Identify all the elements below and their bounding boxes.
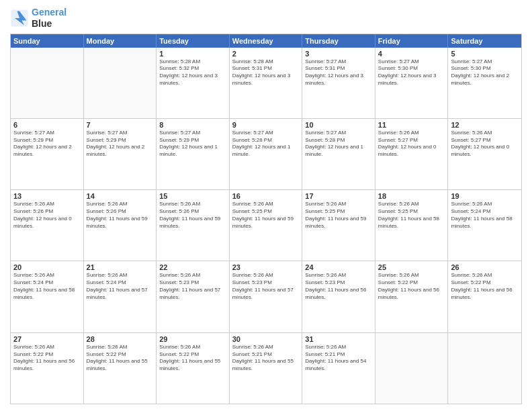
day-number: 19 <box>451 192 519 200</box>
calendar-week: 27Sunrise: 5:26 AM Sunset: 5:22 PM Dayli… <box>11 333 521 404</box>
day-info: Sunrise: 5:26 AM Sunset: 5:24 PM Dayligh… <box>13 272 81 301</box>
calendar-cell: 11Sunrise: 5:26 AM Sunset: 5:27 PM Dayli… <box>375 119 449 189</box>
day-number: 24 <box>305 263 372 271</box>
page: General Blue SundayMondayTuesdayWednesda… <box>0 0 532 411</box>
calendar-cell: 6Sunrise: 5:27 AM Sunset: 5:29 PM Daylig… <box>11 119 84 189</box>
calendar-cell: 29Sunrise: 5:26 AM Sunset: 5:22 PM Dayli… <box>157 333 230 404</box>
day-info: Sunrise: 5:27 AM Sunset: 5:29 PM Dayligh… <box>87 130 154 158</box>
day-number: 23 <box>232 263 300 271</box>
day-info: Sunrise: 5:27 AM Sunset: 5:30 PM Dayligh… <box>378 58 445 87</box>
day-number: 9 <box>232 121 300 129</box>
calendar-cell: 16Sunrise: 5:26 AM Sunset: 5:25 PM Dayli… <box>230 190 303 261</box>
day-number: 22 <box>159 263 226 271</box>
calendar-cell: 2Sunrise: 5:28 AM Sunset: 5:31 PM Daylig… <box>230 48 303 118</box>
day-number: 21 <box>87 263 154 271</box>
calendar-cell: 15Sunrise: 5:26 AM Sunset: 5:26 PM Dayli… <box>157 190 230 261</box>
calendar-cell: 31Sunrise: 5:26 AM Sunset: 5:21 PM Dayli… <box>302 333 375 404</box>
day-number: 11 <box>378 121 445 129</box>
day-number: 5 <box>451 50 519 58</box>
day-info: Sunrise: 5:26 AM Sunset: 5:21 PM Dayligh… <box>305 344 372 373</box>
day-info: Sunrise: 5:26 AM Sunset: 5:22 PM Dayligh… <box>451 272 519 301</box>
calendar-cell: 17Sunrise: 5:26 AM Sunset: 5:25 PM Dayli… <box>302 190 375 261</box>
calendar-cell: 13Sunrise: 5:26 AM Sunset: 5:26 PM Dayli… <box>11 190 84 261</box>
calendar-week: 1Sunrise: 5:28 AM Sunset: 5:32 PM Daylig… <box>11 48 521 119</box>
calendar-header-cell: Friday <box>375 34 449 48</box>
day-number: 12 <box>451 121 519 129</box>
day-number: 15 <box>159 192 226 200</box>
day-info: Sunrise: 5:26 AM Sunset: 5:27 PM Dayligh… <box>378 130 445 158</box>
calendar-cell: 22Sunrise: 5:26 AM Sunset: 5:23 PM Dayli… <box>157 261 230 332</box>
calendar-header-cell: Monday <box>84 34 157 48</box>
day-info: Sunrise: 5:26 AM Sunset: 5:25 PM Dayligh… <box>305 201 372 230</box>
calendar-cell-empty <box>448 333 521 404</box>
calendar-cell: 14Sunrise: 5:26 AM Sunset: 5:26 PM Dayli… <box>84 190 157 261</box>
day-number: 3 <box>305 50 372 58</box>
day-info: Sunrise: 5:26 AM Sunset: 5:26 PM Dayligh… <box>13 201 81 230</box>
day-number: 25 <box>378 263 445 271</box>
day-info: Sunrise: 5:26 AM Sunset: 5:25 PM Dayligh… <box>232 201 300 230</box>
day-number: 31 <box>305 335 372 343</box>
calendar-header-cell: Thursday <box>302 34 375 48</box>
day-number: 18 <box>378 192 445 200</box>
calendar-cell: 9Sunrise: 5:27 AM Sunset: 5:28 PM Daylig… <box>230 119 303 189</box>
calendar-header: SundayMondayTuesdayWednesdayThursdayFrid… <box>11 34 521 48</box>
calendar-cell: 4Sunrise: 5:27 AM Sunset: 5:30 PM Daylig… <box>375 48 449 118</box>
logo: General Blue <box>10 7 66 30</box>
day-number: 2 <box>232 50 300 58</box>
day-info: Sunrise: 5:26 AM Sunset: 5:22 PM Dayligh… <box>378 272 445 301</box>
day-info: Sunrise: 5:28 AM Sunset: 5:32 PM Dayligh… <box>159 58 226 87</box>
day-number: 14 <box>87 192 154 200</box>
day-number: 16 <box>232 192 300 200</box>
day-info: Sunrise: 5:26 AM Sunset: 5:24 PM Dayligh… <box>87 272 154 301</box>
calendar-header-cell: Wednesday <box>230 34 303 48</box>
calendar-cell: 3Sunrise: 5:27 AM Sunset: 5:31 PM Daylig… <box>302 48 375 118</box>
calendar-cell: 25Sunrise: 5:26 AM Sunset: 5:22 PM Dayli… <box>375 261 449 332</box>
day-number: 28 <box>87 335 154 343</box>
day-number: 30 <box>232 335 300 343</box>
day-info: Sunrise: 5:27 AM Sunset: 5:29 PM Dayligh… <box>13 130 81 158</box>
day-number: 1 <box>159 50 226 58</box>
calendar-cell: 19Sunrise: 5:26 AM Sunset: 5:24 PM Dayli… <box>448 190 521 261</box>
day-info: Sunrise: 5:26 AM Sunset: 5:26 PM Dayligh… <box>159 201 226 230</box>
day-info: Sunrise: 5:26 AM Sunset: 5:26 PM Dayligh… <box>87 201 154 230</box>
calendar-cell: 12Sunrise: 5:26 AM Sunset: 5:27 PM Dayli… <box>448 119 521 189</box>
calendar-cell: 24Sunrise: 5:26 AM Sunset: 5:23 PM Dayli… <box>302 261 375 332</box>
calendar-cell: 8Sunrise: 5:27 AM Sunset: 5:29 PM Daylig… <box>157 119 230 189</box>
calendar-cell: 21Sunrise: 5:26 AM Sunset: 5:24 PM Dayli… <box>84 261 157 332</box>
day-info: Sunrise: 5:28 AM Sunset: 5:31 PM Dayligh… <box>232 58 300 87</box>
day-number: 26 <box>451 263 519 271</box>
calendar-header-cell: Saturday <box>448 34 521 48</box>
calendar-cell-empty <box>11 48 84 118</box>
calendar-week: 20Sunrise: 5:26 AM Sunset: 5:24 PM Dayli… <box>11 261 521 332</box>
day-number: 8 <box>159 121 226 129</box>
calendar-header-cell: Tuesday <box>157 34 230 48</box>
day-number: 27 <box>13 335 81 343</box>
day-info: Sunrise: 5:26 AM Sunset: 5:22 PM Dayligh… <box>87 344 154 373</box>
calendar-body: 1Sunrise: 5:28 AM Sunset: 5:32 PM Daylig… <box>11 48 521 404</box>
day-info: Sunrise: 5:26 AM Sunset: 5:24 PM Dayligh… <box>451 201 519 230</box>
day-info: Sunrise: 5:26 AM Sunset: 5:22 PM Dayligh… <box>159 344 226 373</box>
calendar-cell: 27Sunrise: 5:26 AM Sunset: 5:22 PM Dayli… <box>11 333 84 404</box>
day-info: Sunrise: 5:26 AM Sunset: 5:23 PM Dayligh… <box>232 272 300 301</box>
calendar-cell: 30Sunrise: 5:26 AM Sunset: 5:21 PM Dayli… <box>230 333 303 404</box>
day-info: Sunrise: 5:26 AM Sunset: 5:23 PM Dayligh… <box>305 272 372 301</box>
calendar-week: 13Sunrise: 5:26 AM Sunset: 5:26 PM Dayli… <box>11 190 521 261</box>
day-info: Sunrise: 5:26 AM Sunset: 5:23 PM Dayligh… <box>159 272 226 301</box>
logo-icon <box>10 9 29 28</box>
day-number: 20 <box>13 263 81 271</box>
calendar-cell-empty <box>375 333 449 404</box>
day-info: Sunrise: 5:26 AM Sunset: 5:25 PM Dayligh… <box>378 201 445 230</box>
day-info: Sunrise: 5:26 AM Sunset: 5:22 PM Dayligh… <box>13 344 81 373</box>
day-number: 7 <box>87 121 154 129</box>
calendar-cell: 1Sunrise: 5:28 AM Sunset: 5:32 PM Daylig… <box>157 48 230 118</box>
calendar-cell: 20Sunrise: 5:26 AM Sunset: 5:24 PM Dayli… <box>11 261 84 332</box>
day-info: Sunrise: 5:27 AM Sunset: 5:31 PM Dayligh… <box>305 58 372 87</box>
calendar-cell: 10Sunrise: 5:27 AM Sunset: 5:28 PM Dayli… <box>302 119 375 189</box>
day-number: 29 <box>159 335 226 343</box>
calendar-cell: 18Sunrise: 5:26 AM Sunset: 5:25 PM Dayli… <box>375 190 449 261</box>
calendar-cell: 23Sunrise: 5:26 AM Sunset: 5:23 PM Dayli… <box>230 261 303 332</box>
day-number: 17 <box>305 192 372 200</box>
calendar-cell: 5Sunrise: 5:27 AM Sunset: 5:30 PM Daylig… <box>448 48 521 118</box>
calendar-cell: 26Sunrise: 5:26 AM Sunset: 5:22 PM Dayli… <box>448 261 521 332</box>
calendar-week: 6Sunrise: 5:27 AM Sunset: 5:29 PM Daylig… <box>11 119 521 190</box>
